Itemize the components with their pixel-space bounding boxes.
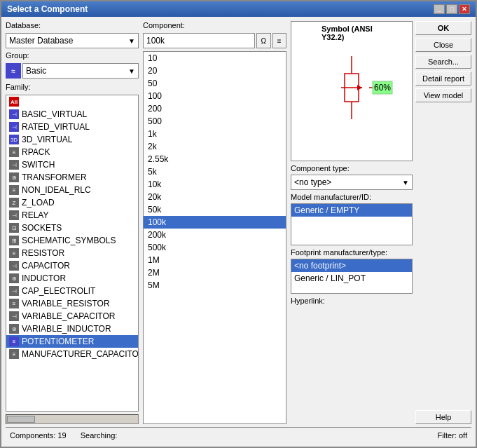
family-scroll-thumb[interactable]: [7, 416, 35, 423]
component-item-100[interactable]: 100: [144, 90, 286, 102]
group-dropdown[interactable]: Basic ▼: [22, 63, 139, 79]
component-item-500k[interactable]: 500k: [144, 241, 286, 254]
family-item-relay[interactable]: ⊣RELAY: [6, 209, 138, 222]
family-item-variable_capacitor[interactable]: ⊣VARIABLE_CAPACITOR: [6, 310, 138, 323]
family-icon-switch: ⊣: [9, 160, 19, 170]
family-item-label-variable_resistor: VARIABLE_RESISTOR: [22, 299, 110, 308]
searching-status: Searching:: [81, 431, 118, 440]
family-item-label-inductor: INDUCTOR: [22, 273, 66, 283]
middle-panel: Component: Ω ≡ 1020501002005001k2k2.55k5…: [143, 21, 286, 424]
family-item-rpack[interactable]: ≡RPACK: [6, 146, 138, 158]
family-item-inductor[interactable]: ⊛INDUCTOR: [6, 272, 138, 285]
component-item-2.55k[interactable]: 2.55k: [144, 153, 286, 165]
family-item-label-rpack: RPACK: [22, 147, 50, 157]
help-button[interactable]: Help: [415, 410, 471, 424]
family-icon-resistor: ≡: [9, 248, 19, 258]
family-item-z_load[interactable]: ZZ_LOAD: [6, 196, 138, 209]
footprint-label: Footprint manufacturer/type:: [291, 248, 413, 257]
database-label: Database:: [6, 21, 139, 29]
family-item-schematic_symbols[interactable]: ⊞SCHEMATIC_SYMBOLS: [6, 234, 138, 247]
family-item-all[interactable]: All: [6, 95, 138, 108]
family-icon-variable_capacitor: ⊣: [9, 311, 19, 321]
family-item-label-switch: SWITCH: [22, 160, 55, 170]
content-area: Database: Master Database ▼ Group: ≈ Bas…: [1, 17, 476, 447]
footprint-list[interactable]: <no footprint>Generic / LIN_POT: [291, 259, 413, 294]
component-item-20k[interactable]: 20k: [144, 191, 286, 203]
component-item-50[interactable]: 50: [144, 77, 286, 90]
svg-marker-4: [357, 85, 362, 90]
component-header: Ω ≡: [143, 33, 286, 48]
family-item-sockets[interactable]: ⊡SOCKETS: [6, 222, 138, 234]
minimize-button[interactable]: _: [434, 4, 445, 14]
component-item-2M[interactable]: 2M: [144, 266, 286, 279]
ok-button[interactable]: OK: [415, 21, 471, 35]
maximize-button[interactable]: □: [446, 4, 457, 14]
family-scrollbar[interactable]: [6, 414, 139, 424]
component-item-10[interactable]: 10: [144, 52, 286, 65]
family-icon-schematic_symbols: ⊞: [9, 236, 19, 245]
omega-button[interactable]: Ω: [256, 33, 271, 48]
family-item-capacitor[interactable]: ⊣CAPACITOR: [6, 259, 138, 272]
hyperlink-label: Hyperlink:: [291, 297, 413, 305]
component-item-1M[interactable]: 1M: [144, 254, 286, 266]
family-item-label-cap_electrolit: CAP_ELECTROLIT: [22, 286, 95, 296]
component-item-200[interactable]: 200: [144, 102, 286, 115]
detail-report-button[interactable]: Detail report: [415, 72, 471, 86]
component-item-20[interactable]: 20: [144, 65, 286, 77]
group-icon: ≈: [6, 63, 21, 79]
footprint-item[interactable]: <no footprint>: [291, 259, 412, 272]
family-list[interactable]: All⊣BASIC_VIRTUAL⊣RATED_VIRTUAL3D3D_VIRT…: [6, 95, 139, 412]
close-button-main[interactable]: Close: [415, 38, 471, 52]
family-item-switch[interactable]: ⊣SWITCH: [6, 158, 138, 171]
search-button[interactable]: Search...: [415, 55, 471, 69]
component-item-5M[interactable]: 5M: [144, 279, 286, 292]
component-type-value: <no type>: [294, 177, 331, 187]
footprint-section: Footprint manufacturer/type: <no footpri…: [291, 248, 413, 294]
family-item-rated_virtual[interactable]: ⊣RATED_VIRTUAL: [6, 121, 138, 133]
family-item-basic_virtual[interactable]: ⊣BASIC_VIRTUAL: [6, 108, 138, 121]
component-item-1k[interactable]: 1k: [144, 128, 286, 140]
component-item-200k[interactable]: 200k: [144, 229, 286, 241]
component-type-dropdown[interactable]: <no type> ▼: [291, 175, 413, 190]
family-item-label-capacitor: CAPACITOR: [22, 261, 70, 271]
family-item-non_ideal_rlc[interactable]: ≡NON_IDEAL_RLC: [6, 184, 138, 196]
close-button[interactable]: ✕: [459, 4, 470, 14]
family-item-variable_inductor[interactable]: ⊛VARIABLE_INDUCTOR: [6, 323, 138, 335]
component-filter-button[interactable]: ≡: [272, 33, 287, 48]
family-item-variable_resistor[interactable]: ≡VARIABLE_RESISTOR: [6, 297, 138, 310]
database-dropdown[interactable]: Master Database ▼: [6, 33, 139, 48]
view-model-button[interactable]: View model: [415, 88, 471, 102]
component-list[interactable]: 1020501002005001k2k2.55k5k10k20k50k100k2…: [143, 51, 286, 424]
component-item-10k[interactable]: 10k: [144, 178, 286, 191]
family-item-label-3d_virtual: 3D_VIRTUAL: [22, 135, 72, 144]
family-item-resistor[interactable]: ≡RESISTOR: [6, 247, 138, 259]
model-item[interactable]: Generic / EMPTY: [291, 204, 412, 217]
main-area: Database: Master Database ▼ Group: ≈ Bas…: [6, 21, 471, 424]
family-icon-all: All: [9, 97, 19, 107]
component-search-input[interactable]: [143, 33, 255, 48]
component-item-100k[interactable]: 100k: [144, 216, 286, 229]
database-value: Master Database: [9, 36, 73, 46]
family-item-label-z_load: Z_LOAD: [22, 198, 55, 208]
family-item-manufacturer_capacitor[interactable]: ≡MANUFACTURER_CAPACITOR: [6, 348, 138, 360]
family-icon-manufacturer_capacitor: ≡: [9, 349, 19, 359]
family-item-label-sockets: SOCKETS: [22, 223, 62, 233]
family-item-label-variable_capacitor: VARIABLE_CAPACITOR: [22, 311, 115, 321]
component-item-5k[interactable]: 5k: [144, 165, 286, 178]
component-item-2k[interactable]: 2k: [144, 140, 286, 153]
model-list[interactable]: Generic / EMPTY: [291, 203, 413, 245]
titlebar: Select a Component _ □ ✕: [1, 1, 476, 17]
family-item-potentiometer[interactable]: ≡POTENTIOMETER: [6, 335, 138, 348]
family-item-label-manufacturer_capacitor: MANUFACTURER_CAPACITOR: [22, 349, 138, 359]
family-label: Family:: [6, 83, 139, 91]
family-icon-inductor: ⊛: [9, 273, 19, 283]
component-item-500[interactable]: 500: [144, 115, 286, 128]
footprint-item[interactable]: Generic / LIN_POT: [291, 272, 412, 285]
family-item-cap_electrolit[interactable]: ⊣CAP_ELECTROLIT: [6, 285, 138, 297]
right-with-buttons: Symbol (ANSI Y32.2): [291, 21, 471, 424]
family-item-3d_virtual[interactable]: 3D3D_VIRTUAL: [6, 133, 138, 146]
family-item-transformer[interactable]: ⊛TRANSFORMER: [6, 171, 138, 184]
family-item-label-potentiometer: POTENTIOMETER: [22, 337, 94, 346]
family-item-label-non_ideal_rlc: NON_IDEAL_RLC: [22, 185, 91, 195]
component-item-50k[interactable]: 50k: [144, 203, 286, 216]
